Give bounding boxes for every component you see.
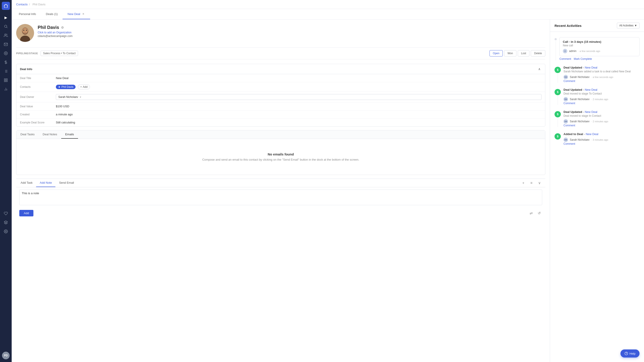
tab-personal-info[interactable]: Personal Info — [14, 9, 41, 19]
activity-call-sub: New call — [563, 44, 636, 47]
svg-point-3 — [4, 52, 8, 55]
dock-tab-note[interactable]: Add Note — [36, 179, 56, 187]
tab-deals[interactable]: Deals (1) — [41, 9, 63, 19]
activity-actor-avatar-admin: A — [563, 49, 567, 53]
tab-new-deal[interactable]: New Deal ✕ — [62, 9, 90, 19]
deal-info-title: Deal Info — [20, 67, 32, 71]
lost-button[interactable]: Lost — [518, 50, 530, 56]
contact-badge-name: Phil Davis — [62, 85, 73, 88]
note-textarea[interactable]: This is a note — [19, 190, 542, 205]
dock-refresh-icon[interactable]: ↺ — [536, 210, 542, 216]
lists-icon[interactable] — [2, 67, 10, 75]
activity-desc-4: Deal moved to stage In Contact — [564, 114, 640, 117]
dock-footer: Add ⇄ ↺ — [16, 208, 545, 218]
tab-deal-tasks[interactable]: Deal Tasks — [16, 130, 38, 139]
profile-settings-icon[interactable]: ⚙ — [61, 26, 64, 29]
mark-complete-link[interactable]: Mark Complete — [574, 57, 592, 60]
activity-links-3: Comment — [564, 101, 640, 105]
content-area: Phil Davis ⚙ Click to add an Organizatio… — [12, 19, 644, 362]
comment-link-5[interactable]: Comment — [564, 142, 575, 145]
activity-dot-col-4: $ — [554, 110, 561, 127]
delete-button[interactable]: Delete — [531, 50, 545, 56]
user-avatar[interactable]: PD — [2, 352, 10, 359]
activity-links-5: Comment — [564, 142, 640, 145]
layers-icon[interactable] — [2, 218, 10, 227]
profile-info: Phil Davis ⚙ Click to add an Organizatio… — [38, 24, 73, 38]
analytics-icon[interactable] — [2, 85, 10, 93]
activity-time-3: · 2 minutes ago — [591, 98, 608, 101]
dock-tab-email[interactable]: Send Email — [56, 179, 77, 187]
svg-line-1 — [6, 27, 7, 28]
deal-title-value: New Deal — [56, 76, 542, 80]
grid-icon[interactable] — [2, 76, 10, 84]
deal-owner-label: Deal Owner — [20, 95, 56, 99]
breadcrumb: Contacts / Phil Davis — [12, 0, 644, 9]
tab-deal-emails[interactable]: Emails — [61, 130, 78, 139]
svg-rect-15 — [6, 81, 8, 82]
owner-name: Sarah Nicholaev — [58, 95, 78, 99]
pipeline-badge[interactable]: Sales Process • To Contact — [40, 51, 78, 56]
filter-arrow-icon: ▼ — [634, 24, 637, 27]
activities-filter-dropdown[interactable]: All Activities ▼ — [617, 23, 640, 28]
comment-link-4[interactable]: Comment — [564, 124, 575, 127]
activity-time-4: · 2 minutes ago — [591, 120, 608, 123]
info-row-deal-owner: Deal Owner Sarah Nicholaev ▼ — [16, 92, 545, 102]
profile-section: Phil Davis ⚙ Click to add an Organizatio… — [16, 24, 545, 42]
activity-desc-3: Deal moved to stage To Contact — [564, 92, 640, 95]
dock-tab-task[interactable]: Add Task — [17, 179, 36, 187]
activity-links-4: Comment — [564, 124, 640, 127]
email-icon[interactable] — [2, 40, 10, 48]
pipeline-label: PIPELINE/STAGE — [16, 52, 38, 55]
comment-link-call[interactable]: Comment — [560, 57, 571, 60]
tab-personal-info-label: Personal Info — [19, 12, 36, 16]
tab-deal-notes[interactable]: Deal Notes — [38, 130, 61, 139]
comment-link-3[interactable]: Comment — [564, 102, 575, 105]
search-icon[interactable] — [2, 22, 10, 30]
right-panel: Recent Activities All Activities ▼ Call … — [550, 19, 644, 362]
collapse-icon[interactable]: ∧ — [537, 67, 542, 71]
svg-point-26 — [26, 30, 27, 31]
activity-actor-5: Sarah Nicholaev — [570, 138, 590, 141]
owner-select[interactable]: Sarah Nicholaev ▼ — [56, 94, 542, 100]
add-icon: + — [80, 85, 82, 88]
deal-info-body: Deal Title New Deal Contacts ★ Phil Davi… — [16, 74, 545, 126]
activity-line-3 — [558, 96, 558, 105]
svg-point-20 — [6, 231, 6, 232]
open-button[interactable]: Open — [490, 50, 503, 56]
dock-filter-icon[interactable]: ≡ — [528, 180, 534, 186]
dock-add-icon[interactable]: + — [520, 180, 526, 186]
heart-icon[interactable] — [2, 209, 10, 218]
profile-name-row: Phil Davis ⚙ — [38, 25, 73, 30]
deal-tabs: Deal Tasks Deal Notes Emails — [16, 130, 545, 139]
created-value: a minute ago — [56, 113, 542, 116]
help-button[interactable]: Help — [620, 350, 640, 358]
breadcrumb-contacts-link[interactable]: Contacts — [16, 3, 28, 6]
deal-tabs-card: Deal Tasks Deal Notes Emails No emails f… — [16, 130, 545, 175]
top-tabs: Personal Info Deals (1) New Deal ✕ — [12, 9, 644, 19]
expand-icon[interactable]: ▶ — [2, 13, 10, 21]
dock-body: This is a note — [16, 187, 545, 208]
contact-badge[interactable]: ★ Phil Davis — [56, 85, 76, 89]
add-note-button[interactable]: Add — [19, 210, 34, 216]
activity-actor-3: Sarah Nicholaev — [570, 98, 590, 101]
contacts-icon[interactable] — [2, 31, 10, 39]
add-contact-button[interactable]: + Add — [78, 84, 90, 89]
activity-call-title: Call - in 3 days (15 minutes) — [563, 40, 636, 43]
deals-dollar-icon[interactable] — [2, 58, 10, 66]
profile-org[interactable]: Click to add an Organization — [38, 31, 73, 34]
sidebar-logo[interactable] — [2, 2, 10, 10]
dock-footer-icons: ⇄ ↺ — [528, 210, 542, 216]
right-panel-header: Recent Activities All Activities ▼ — [550, 19, 644, 32]
activity-time-call: · a few seconds ago — [578, 50, 600, 52]
settings-icon[interactable] — [2, 227, 10, 235]
won-button[interactable]: Won — [504, 50, 516, 56]
activity-meta-5: SN Sarah Nicholaev · 3 minutes ago — [564, 138, 640, 142]
comment-link-2[interactable]: Comment — [564, 79, 575, 83]
svg-point-2 — [5, 34, 6, 35]
campaigns-icon[interactable] — [2, 49, 10, 57]
svg-point-25 — [23, 30, 24, 31]
tab-close-icon[interactable]: ✕ — [82, 12, 85, 16]
dock-format-icon[interactable]: ⇄ — [528, 210, 534, 216]
dock-expand-icon[interactable]: ∨ — [536, 180, 543, 186]
contact-badge-star: ★ — [58, 85, 60, 88]
